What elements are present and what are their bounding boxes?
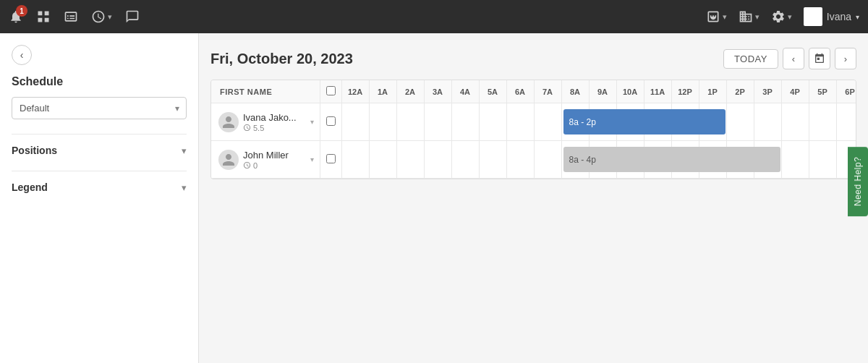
gear-chevron: ▾ bbox=[788, 12, 792, 22]
employee-name-cell: John Miller 0 ▾ bbox=[211, 141, 320, 179]
hour-cell[interactable] bbox=[781, 103, 809, 141]
hour-cell[interactable] bbox=[506, 141, 534, 179]
positions-section: Positions ▾ bbox=[12, 134, 187, 156]
col-header-hour-2a: 2A bbox=[396, 80, 424, 103]
nav-right: ▾ ▾ ▾ Ivana ▾ bbox=[706, 7, 859, 26]
col-header-hour-9a: 9A bbox=[589, 80, 616, 103]
employee-checkbox-cell bbox=[320, 103, 341, 141]
positions-section-header[interactable]: Positions ▾ bbox=[12, 145, 187, 156]
hour-cell[interactable]: 8a - 2p bbox=[561, 103, 589, 141]
col-header-hour-6p: 6P bbox=[836, 80, 856, 103]
shift-block[interactable]: 8a - 2p bbox=[563, 109, 726, 134]
col-header-name: FIRST NAME bbox=[211, 80, 320, 103]
hour-cell[interactable] bbox=[451, 103, 479, 141]
current-date: Fri, October 20, 2023 bbox=[210, 51, 353, 67]
notification-bell-icon[interactable]: 1 bbox=[9, 9, 23, 24]
schedule-selector[interactable]: Default ▾ bbox=[12, 97, 187, 119]
employee-expand-icon[interactable]: ▾ bbox=[310, 118, 314, 126]
col-header-hour-1p: 1P bbox=[699, 80, 726, 103]
hour-cell[interactable] bbox=[809, 103, 836, 141]
schedule-select[interactable]: Default bbox=[12, 97, 187, 119]
hour-cell[interactable] bbox=[424, 141, 451, 179]
employee-avatar bbox=[218, 112, 239, 132]
hour-cell[interactable] bbox=[534, 141, 561, 179]
hour-cell[interactable] bbox=[451, 141, 479, 179]
hour-cell[interactable] bbox=[479, 103, 506, 141]
positions-label: Positions bbox=[12, 145, 57, 156]
col-header-hour-11a: 11A bbox=[644, 80, 671, 103]
employee-info: John Miller 0 bbox=[243, 150, 305, 170]
prev-day-button[interactable]: ‹ bbox=[783, 48, 804, 69]
col-header-hour-10a: 10A bbox=[616, 80, 644, 103]
building-icon[interactable]: ▾ bbox=[739, 9, 760, 24]
inbox-icon[interactable]: ▾ bbox=[706, 9, 727, 24]
employee-checkbox[interactable] bbox=[326, 116, 336, 126]
col-header-hour-6a: 6A bbox=[506, 80, 534, 103]
employee-checkbox-cell bbox=[320, 141, 341, 179]
table-row: John Miller 0 ▾ 8a - 4p bbox=[211, 141, 856, 179]
positions-chevron-icon: ▾ bbox=[182, 145, 187, 156]
notification-badge: 1 bbox=[16, 5, 27, 17]
clock-icon[interactable]: ▾ bbox=[91, 9, 112, 24]
user-chevron: ▾ bbox=[856, 13, 859, 21]
content-header: Fri, October 20, 2023 TODAY ‹ › bbox=[210, 48, 856, 69]
calendar-button[interactable] bbox=[809, 48, 830, 69]
top-navigation: 1 ▾ ▾ ▾ ▾ Ivana ▾ bbox=[0, 0, 868, 33]
chat-icon[interactable] bbox=[125, 9, 140, 24]
grid-icon[interactable] bbox=[36, 9, 51, 24]
hour-cell[interactable] bbox=[369, 103, 396, 141]
sidebar: ‹ Schedule Default ▾ Positions ▾ Legend … bbox=[0, 33, 199, 363]
hour-cell[interactable]: 8a - 4p bbox=[561, 141, 589, 179]
schedule-table: FIRST NAME 12A1A2A3A4A5A6A7A8A9A10A11A12… bbox=[211, 80, 856, 179]
avatar bbox=[804, 7, 822, 26]
employee-avatar bbox=[218, 150, 239, 170]
table-header-row: FIRST NAME 12A1A2A3A4A5A6A7A8A9A10A11A12… bbox=[211, 80, 856, 103]
hour-cell[interactable] bbox=[396, 103, 424, 141]
col-header-hour-1a: 1A bbox=[369, 80, 396, 103]
sidebar-title: Schedule bbox=[12, 75, 187, 88]
legend-section: Legend ▾ bbox=[12, 171, 187, 193]
hour-cell[interactable] bbox=[479, 141, 506, 179]
hour-cell[interactable] bbox=[506, 103, 534, 141]
user-menu[interactable]: Ivana ▾ bbox=[804, 7, 859, 26]
employee-name-label: John Miller bbox=[243, 150, 305, 161]
employee-hours-label: 5.5 bbox=[243, 124, 305, 132]
sidebar-back-button[interactable]: ‹ bbox=[12, 45, 32, 65]
select-all-checkbox[interactable] bbox=[326, 86, 336, 95]
col-header-hour-4p: 4P bbox=[781, 80, 809, 103]
hour-cell[interactable] bbox=[341, 103, 369, 141]
hour-cell[interactable] bbox=[534, 103, 561, 141]
legend-section-header[interactable]: Legend ▾ bbox=[12, 182, 187, 193]
hour-cell[interactable] bbox=[341, 141, 369, 179]
header-controls: TODAY ‹ › bbox=[723, 48, 856, 69]
clock-chevron: ▾ bbox=[108, 12, 112, 22]
shift-block[interactable]: 8a - 4p bbox=[563, 147, 780, 172]
schedule-table-container: FIRST NAME 12A1A2A3A4A5A6A7A8A9A10A11A12… bbox=[210, 80, 856, 179]
employee-expand-icon[interactable]: ▾ bbox=[310, 155, 314, 163]
user-name: Ivana bbox=[827, 11, 851, 22]
hour-cell[interactable] bbox=[396, 141, 424, 179]
hour-cell[interactable] bbox=[809, 141, 836, 179]
hour-cell[interactable] bbox=[781, 141, 809, 179]
main-content: Fri, October 20, 2023 TODAY ‹ › FIRST NA… bbox=[199, 33, 868, 363]
table-row: Ivana Jako... 5.5 ▾ 8a - 2p bbox=[211, 103, 856, 141]
col-header-hour-2p: 2P bbox=[726, 80, 754, 103]
today-button[interactable]: TODAY bbox=[723, 49, 778, 69]
hour-cell[interactable] bbox=[369, 141, 396, 179]
col-header-hour-5p: 5P bbox=[809, 80, 836, 103]
legend-chevron-icon: ▾ bbox=[182, 182, 187, 193]
employee-name-label: Ivana Jako... bbox=[243, 112, 305, 123]
hour-cell[interactable] bbox=[726, 103, 754, 141]
employee-checkbox[interactable] bbox=[326, 154, 336, 163]
col-header-hour-3a: 3A bbox=[424, 80, 451, 103]
next-day-button[interactable]: › bbox=[835, 48, 856, 69]
hour-cell[interactable] bbox=[836, 103, 856, 141]
id-card-icon[interactable] bbox=[64, 9, 78, 24]
gear-icon[interactable]: ▾ bbox=[771, 9, 792, 24]
nav-left: 1 ▾ bbox=[9, 9, 140, 24]
hour-cell[interactable] bbox=[754, 103, 781, 141]
legend-label: Legend bbox=[12, 182, 48, 193]
need-help-button[interactable]: Need Help? bbox=[848, 147, 868, 216]
hour-cell[interactable] bbox=[424, 103, 451, 141]
inbox-chevron: ▾ bbox=[723, 12, 727, 22]
